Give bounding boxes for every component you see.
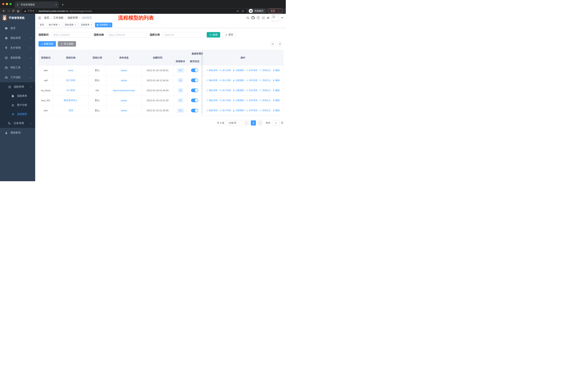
active-toggle[interactable] [191,89,198,92]
action-definition[interactable]: 流程定义 [259,109,271,112]
process-name-link[interactable]: eeee [68,69,74,72]
tab-close-icon[interactable]: × [75,24,76,26]
action-publish[interactable]: 发布流程 [246,109,258,112]
tab-home[interactable]: 首页 [38,23,46,27]
version-badge[interactable]: v5 [178,88,183,92]
filter-key-input[interactable] [51,32,91,38]
refresh-table-button[interactable] [277,41,283,47]
sidebar-item-home[interactable]: 首页 [0,23,35,33]
next-page-button[interactable]: › [258,120,263,125]
sidebar-item-infrastructure[interactable]: 基础设施 [0,53,35,63]
action-assign-rule[interactable]: 分配规则 [233,99,244,102]
action-delete[interactable]: 删除 [273,99,280,102]
sidebar-item-task-manage[interactable]: 任务管理 [0,119,35,128]
action-publish[interactable]: 发布流程 [246,69,258,72]
version-badge[interactable]: v2 [178,78,183,82]
action-delete[interactable]: 删除 [273,79,280,82]
key-icon[interactable] [236,10,240,12]
action-edit[interactable]: 修改流程 [206,79,218,82]
window-zoom-button[interactable] [10,3,12,5]
reload-icon[interactable] [11,9,16,13]
active-toggle[interactable] [191,79,198,82]
action-edit[interactable]: 修改流程 [206,69,218,72]
action-assign-rule[interactable]: 分配规则 [233,79,244,82]
search-button[interactable]: 搜索 [207,32,220,38]
tab-close-icon[interactable]: × [109,24,111,26]
process-name-link[interactable]: OA 请假 [66,89,75,92]
tab-tenant-manage[interactable]: 租户管理× [47,23,62,27]
process-name-link[interactable]: 测试多审批人 [64,99,78,102]
sidebar-item-dev-tools[interactable]: 研发工具 [0,63,35,72]
form-info-link[interactable]: biubiu [121,99,127,102]
sidebar-item-system[interactable]: 系统管理 [0,33,35,43]
action-definition[interactable]: 流程定义 [259,89,271,92]
header-search-icon[interactable] [246,16,249,20]
action-design[interactable]: 设计流程 [220,79,231,82]
action-design[interactable]: 设计流程 [220,69,231,72]
sidebar-item-process-model[interactable]: 流程模型 [0,110,35,119]
form-info-link[interactable]: biubiu [121,69,127,72]
sidebar-item-leave-query[interactable]: 请假查询 [0,128,35,138]
version-badge[interactable]: v17 [177,68,184,72]
user-avatar[interactable] [272,14,279,21]
page-size-select[interactable]: 10条/页 [226,120,242,125]
action-publish[interactable]: 发布流程 [246,89,258,92]
address-bar[interactable]: 不安全 dashboard.yudao.iocoder.cn/bpm/manag… [22,9,247,13]
browser-update-button[interactable]: 更新 ⋮ [268,9,283,13]
action-design[interactable]: 设计流程 [220,109,231,112]
action-delete[interactable]: 删除 [273,89,280,92]
version-badge[interactable]: v21 [177,108,184,113]
tab-close-icon[interactable]: × [55,3,57,6]
action-publish[interactable]: 发布流程 [246,99,258,102]
process-name-link[interactable]: 自己审批 [66,79,75,82]
action-definition[interactable]: 流程定义 [259,69,271,72]
action-publish[interactable]: 发布流程 [246,79,258,82]
sidebar-item-user-group[interactable]: 用户分组 [0,101,35,110]
filter-category-select[interactable] [162,32,204,38]
form-info-link[interactable]: biubiu [121,79,127,82]
sidebar-item-process-form[interactable]: 流程表单 [0,91,35,101]
sidebar-item-process-manage[interactable]: 流程管理 [0,82,35,91]
import-process-button[interactable]: 导入流程 [58,41,76,47]
toggle-search-button[interactable] [270,41,275,47]
action-assign-rule[interactable]: 分配规则 [233,89,244,92]
action-delete[interactable]: 删除 [273,109,280,112]
back-icon[interactable] [1,9,6,13]
breadcrumb-item[interactable]: 流程管理 [67,16,78,20]
filter-name-input[interactable] [106,32,147,38]
action-design[interactable]: 设计流程 [220,89,231,92]
form-info-link[interactable]: /bpm/oa/leave/create [113,89,135,92]
tab-close-icon[interactable]: × [59,24,60,26]
form-info-link[interactable]: biubiu [121,109,127,112]
action-assign-rule[interactable]: 分配规则 [233,109,244,112]
action-delete[interactable]: 删除 [273,69,280,72]
active-toggle[interactable] [191,69,198,72]
active-toggle[interactable] [191,99,198,102]
process-name-link[interactable]: 滔博 [68,109,73,112]
github-icon[interactable] [251,16,255,20]
active-toggle[interactable] [191,109,198,112]
action-design[interactable]: 设计流程 [220,99,231,102]
sidebar-item-workflow[interactable]: 工作流程 [0,72,35,82]
forward-icon[interactable] [6,9,11,13]
current-page-button[interactable]: 1 [251,120,256,125]
home-icon[interactable] [16,9,21,13]
new-tab-button[interactable]: + [62,2,64,7]
prev-page-button[interactable]: ‹ [244,120,249,125]
action-definition[interactable]: 流程定义 [259,99,271,102]
breadcrumb-item[interactable]: 工作流程 [53,16,63,20]
font-size-icon[interactable]: tT [267,16,269,20]
security-label[interactable]: 不安全 [28,10,34,13]
tab-my-process[interactable]: 我的流程× [63,23,78,27]
browser-menu-dots-icon[interactable]: ⋮ [277,10,280,12]
help-icon[interactable]: ? [257,16,260,20]
breadcrumb-item[interactable]: 首页 [44,16,49,20]
sidebar-item-payment[interactable]: ¥支付管理 [0,43,35,53]
tab-close-icon[interactable]: × [91,24,92,26]
action-edit[interactable]: 修改流程 [206,99,218,102]
sidebar-collapse-icon[interactable] [38,16,41,20]
bookmark-star-icon[interactable] [241,10,245,12]
window-minimize-button[interactable] [6,3,8,5]
fullscreen-icon[interactable] [262,16,265,20]
sidebar-logo[interactable]: 芋道管理系统 [0,14,35,22]
